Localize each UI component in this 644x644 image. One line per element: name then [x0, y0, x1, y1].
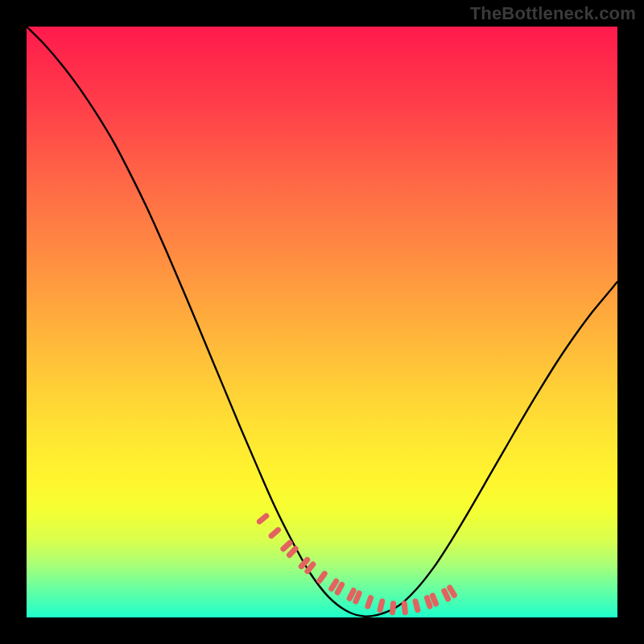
bottleneck-curve — [27, 27, 617, 617]
marker-tick — [427, 598, 430, 606]
marker-tick — [393, 604, 394, 613]
marker-tick — [450, 588, 455, 595]
watermark-label: TheBottleneck.com — [470, 3, 636, 24]
marker-tick — [283, 543, 290, 549]
marker-tick — [368, 598, 371, 606]
chart-svg — [27, 27, 617, 617]
marker-tick — [432, 596, 436, 604]
marker-tick — [356, 593, 359, 601]
marker-tick — [259, 516, 266, 522]
marker-tick — [415, 601, 418, 610]
marker-tick — [380, 601, 382, 610]
marker-tick — [290, 549, 296, 555]
marker-tick — [308, 564, 313, 572]
marker-group — [259, 516, 454, 613]
marker-tick — [404, 604, 405, 613]
marker-tick — [337, 584, 341, 592]
marker-tick — [444, 591, 448, 599]
marker-tick — [271, 530, 278, 535]
marker-tick — [332, 581, 336, 588]
marker-tick — [349, 591, 353, 599]
marker-tick — [320, 574, 324, 581]
